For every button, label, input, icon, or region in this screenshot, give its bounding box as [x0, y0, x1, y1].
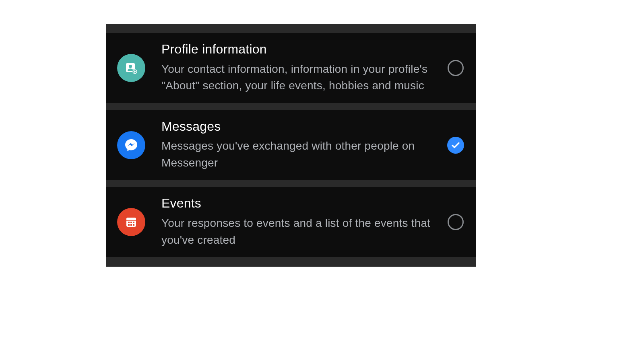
radio-unchecked-icon [448, 60, 464, 76]
svg-rect-12 [133, 224, 134, 226]
svg-rect-11 [130, 224, 132, 226]
category-toggle-profile-information[interactable] [447, 59, 464, 77]
category-row-messages[interactable]: Messages Messages you've exchanged with … [106, 110, 476, 180]
svg-rect-5 [126, 218, 136, 220]
panel-bottom-divider [106, 257, 476, 267]
category-text-profile-information: Profile information Your contact informa… [161, 42, 447, 94]
messenger-icon [117, 131, 145, 159]
category-toggle-messages[interactable] [447, 136, 464, 154]
category-toggle-events[interactable] [447, 213, 464, 231]
category-description: Your contact information, information in… [161, 61, 437, 94]
svg-rect-8 [130, 222, 132, 223]
radio-checked-icon [447, 137, 464, 154]
category-text-events: Events Your responses to events and a li… [161, 196, 447, 248]
svg-rect-9 [133, 222, 134, 223]
category-row-events[interactable]: Events Your responses to events and a li… [106, 187, 476, 257]
category-title: Events [161, 196, 437, 211]
svg-rect-10 [128, 224, 130, 226]
category-text-messages: Messages Messages you've exchanged with … [161, 119, 447, 171]
category-title: Messages [161, 119, 437, 134]
profile-card-icon [117, 54, 145, 82]
page-canvas: Profile information Your contact informa… [0, 0, 644, 362]
row-divider [106, 103, 476, 110]
category-description: Your responses to events and a list of t… [161, 215, 437, 248]
svg-point-1 [129, 65, 132, 68]
radio-unchecked-icon [448, 214, 464, 230]
category-description: Messages you've exchanged with other peo… [161, 138, 437, 171]
panel-top-divider [106, 24, 476, 33]
category-row-profile-information[interactable]: Profile information Your contact informa… [106, 33, 476, 103]
svg-rect-7 [128, 222, 130, 223]
calendar-icon [117, 208, 145, 236]
row-divider [106, 180, 476, 187]
category-title: Profile information [161, 42, 437, 57]
svg-rect-6 [126, 220, 136, 221]
data-categories-panel: Profile information Your contact informa… [106, 24, 476, 267]
